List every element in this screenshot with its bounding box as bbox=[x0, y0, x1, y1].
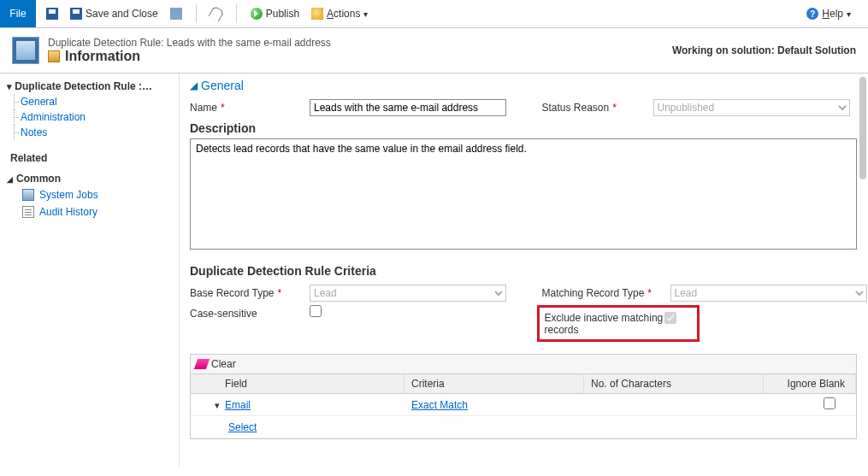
section-general[interactable]: ◢General bbox=[190, 79, 868, 92]
record-title: Duplicate Detection Rule: Leads with the… bbox=[48, 37, 331, 49]
col-criteria: Criteria bbox=[404, 374, 584, 393]
sidebar-item-administration[interactable]: Administration bbox=[7, 109, 179, 125]
save-and-close-button[interactable]: Save and Close bbox=[67, 6, 162, 21]
sidebar-item-general[interactable]: General bbox=[7, 94, 179, 109]
matching-record-type-label: Matching Record Type* bbox=[542, 285, 670, 302]
file-menu[interactable]: File bbox=[0, 0, 36, 27]
grid-row: Select bbox=[191, 416, 856, 438]
save-button[interactable] bbox=[43, 6, 62, 21]
help-menu[interactable]: ? Help bbox=[806, 0, 859, 27]
actions-label: Actions bbox=[327, 8, 360, 20]
case-sensitive-label: Case-sensitive bbox=[190, 305, 310, 342]
criteria-header: Duplicate Detection Rule Criteria bbox=[190, 264, 868, 278]
system-jobs-icon bbox=[22, 189, 34, 201]
ignore-blank-checkbox[interactable] bbox=[824, 397, 836, 409]
criteria-toolbar: Clear bbox=[190, 354, 857, 374]
solution-context: Working on solution: Default Solution bbox=[672, 44, 856, 56]
highlight-annotation: Exclude inactive matching records bbox=[537, 305, 700, 342]
form-icon bbox=[48, 50, 60, 62]
publish-icon bbox=[251, 8, 263, 20]
save-icon bbox=[46, 8, 58, 20]
base-record-type-select[interactable]: Lead bbox=[310, 285, 506, 302]
criteria-grid: Field Criteria No. of Characters Ignore … bbox=[190, 374, 857, 439]
sidebar-item-system-jobs[interactable]: System Jobs bbox=[7, 186, 179, 203]
ribbon: File Save and Close Publish Actions ? He… bbox=[0, 0, 868, 28]
form-name: Information bbox=[48, 49, 331, 64]
exclude-inactive-label: Exclude inactive matching records bbox=[545, 309, 664, 336]
attach-button[interactable] bbox=[207, 6, 226, 21]
form-content: ◢General Name* Status Reason* Unpublishe… bbox=[180, 73, 868, 467]
criteria-link[interactable]: Exact Match bbox=[411, 399, 468, 411]
save-as-icon bbox=[170, 8, 182, 20]
sidebar: Duplicate Detection Rule :… General Admi… bbox=[0, 73, 180, 467]
col-chars: No. of Characters bbox=[584, 374, 764, 393]
paperclip-icon bbox=[208, 5, 224, 21]
case-sensitive-checkbox[interactable] bbox=[310, 305, 322, 317]
save-close-icon bbox=[70, 8, 82, 20]
sidebar-item-notes[interactable]: Notes bbox=[7, 125, 179, 140]
name-label: Name* bbox=[190, 99, 310, 116]
sidebar-item-audit-history[interactable]: Audit History bbox=[7, 203, 179, 220]
chars-cell bbox=[584, 402, 764, 408]
scrollbar[interactable] bbox=[859, 77, 866, 179]
description-input[interactable] bbox=[190, 138, 857, 250]
chevron-down-icon bbox=[847, 8, 853, 20]
actions-menu[interactable]: Actions bbox=[308, 6, 373, 21]
row-expand-icon[interactable] bbox=[215, 399, 220, 411]
description-label: Description bbox=[190, 121, 868, 135]
help-icon: ? bbox=[806, 8, 818, 20]
grid-row: Email Exact Match bbox=[191, 394, 856, 416]
form-header: Duplicate Detection Rule: Leads with the… bbox=[0, 28, 868, 73]
chevron-down-icon bbox=[363, 8, 369, 20]
status-reason-label: Status Reason* bbox=[542, 99, 653, 116]
base-record-type-label: Base Record Type* bbox=[190, 285, 310, 302]
name-input[interactable] bbox=[310, 99, 506, 116]
matching-record-type-select[interactable]: Lead bbox=[670, 285, 867, 302]
related-header: Related bbox=[7, 140, 179, 167]
col-ignore-blank: Ignore Blank bbox=[764, 374, 856, 393]
col-field: Field bbox=[191, 374, 404, 393]
save-close-label: Save and Close bbox=[86, 8, 158, 20]
common-header[interactable]: Common bbox=[7, 167, 179, 186]
entity-icon bbox=[12, 37, 39, 64]
actions-icon bbox=[311, 8, 323, 20]
help-label: Help bbox=[822, 8, 843, 20]
sidebar-breadcrumb[interactable]: Duplicate Detection Rule :… bbox=[7, 79, 179, 94]
clear-button[interactable]: Clear bbox=[211, 358, 236, 370]
select-link[interactable]: Select bbox=[228, 421, 257, 433]
grid-header: Field Criteria No. of Characters Ignore … bbox=[191, 374, 856, 394]
publish-label: Publish bbox=[266, 8, 299, 20]
status-reason-select[interactable]: Unpublished bbox=[653, 99, 850, 116]
publish-button[interactable]: Publish bbox=[247, 6, 303, 21]
exclude-inactive-checkbox[interactable] bbox=[664, 312, 676, 324]
field-link[interactable]: Email bbox=[225, 399, 251, 411]
save-as-button[interactable] bbox=[167, 6, 186, 21]
clear-icon bbox=[194, 359, 210, 369]
audit-icon bbox=[22, 206, 34, 218]
